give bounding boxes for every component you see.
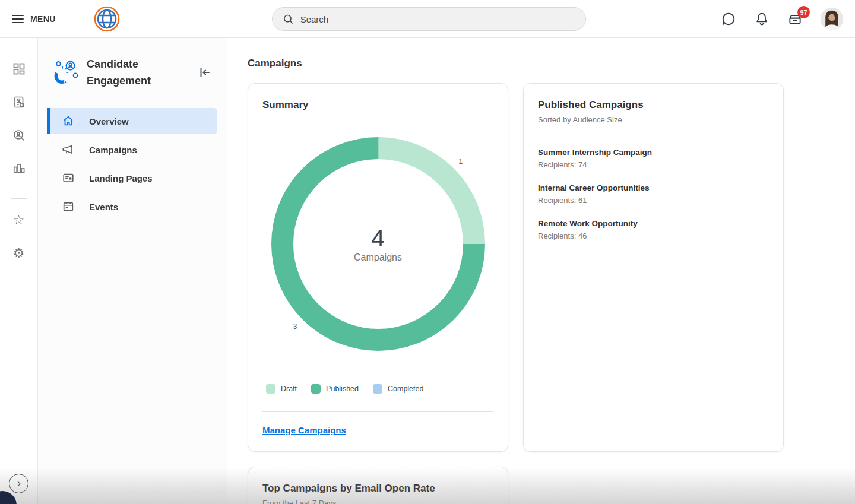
search-icon — [282, 12, 294, 26]
sidebar-item-landing-pages[interactable]: Landing Pages — [47, 165, 217, 191]
gear-icon: ⚙ — [13, 247, 25, 260]
legend-swatch — [266, 384, 276, 394]
inbox-count-badge: 97 — [797, 6, 810, 18]
published-card-subtitle: Sorted by Audience Size — [538, 115, 769, 124]
main-content: Campaigns Summary 4 Campaigns 13 DraftPu… — [228, 38, 855, 504]
legend-label: Published — [326, 385, 359, 393]
rail-people-search-button[interactable] — [12, 128, 26, 142]
rail-dashboard-button[interactable] — [12, 62, 26, 76]
calendar-icon — [62, 200, 75, 213]
list-item: Remote Work Opportunity Recipients: 46 — [538, 219, 769, 240]
sidebar-header: Candidate Engagement — [38, 38, 227, 89]
published-card-title: Published Campaigns — [538, 99, 769, 111]
rail-divider — [11, 198, 27, 199]
list-item: Internal Career Opportunities Recipients… — [538, 183, 769, 205]
list-item: Summer Internship Campaign Recipients: 7… — [538, 148, 769, 169]
open-rate-card-title: Top Campaigns by Email Open Rate — [262, 483, 493, 495]
hamburger-icon — [12, 14, 24, 24]
sidebar-item-label: Overview — [89, 116, 129, 126]
sidebar-item-overview[interactable]: Overview — [47, 108, 217, 134]
rail-expand-button[interactable] — [9, 474, 28, 493]
menu-label: MENU — [30, 14, 56, 24]
donut-data-label: 3 — [293, 322, 297, 331]
campaign-recipients: Recipients: 46 — [538, 232, 769, 240]
campaign-name: Remote Work Opportunity — [538, 219, 769, 228]
rail-settings-button[interactable]: ⚙ — [12, 246, 26, 261]
legend-item: Published — [311, 384, 359, 394]
rail-candidate-search-button[interactable] — [12, 95, 26, 109]
chart-legend: DraftPublishedCompleted — [262, 384, 493, 394]
search-input[interactable] — [300, 14, 576, 24]
candidate-profile-icon — [12, 95, 26, 109]
sidebar-item-label: Campaigns — [89, 145, 137, 155]
legend-item: Draft — [266, 384, 297, 394]
sidebar-item-events[interactable]: Events — [47, 194, 217, 220]
rail-analytics-button[interactable] — [12, 161, 26, 176]
candidate-engagement-magnet-icon — [53, 59, 80, 85]
legend-item: Completed — [373, 384, 423, 394]
page-title: Campaigns — [248, 58, 302, 69]
summary-card-title: Summary — [262, 99, 493, 111]
people-search-icon — [12, 128, 26, 142]
sidebar-nav: Overview Campaigns Landing Pages — [38, 108, 227, 220]
global-menu-button[interactable]: MENU — [12, 0, 56, 38]
legend-label: Completed — [388, 385, 423, 393]
card-divider — [262, 411, 493, 412]
campaign-name: Summer Internship Campaign — [538, 148, 769, 157]
published-campaign-list: Summer Internship Campaign Recipients: 7… — [538, 148, 769, 240]
inbox-button[interactable]: 97 — [787, 11, 803, 27]
avatar-photo — [821, 8, 843, 30]
icon-rail: ☆ ⚙ — [0, 38, 38, 504]
landing-page-icon — [62, 172, 75, 185]
campaign-name: Internal Career Opportunities — [538, 183, 769, 192]
sidebar-item-campaigns[interactable]: Campaigns — [47, 137, 217, 163]
bar-chart-icon — [12, 161, 26, 176]
dashboard-grid-icon — [12, 62, 26, 76]
sidebar-app-title: Candidate Engagement — [87, 56, 190, 89]
legend-swatch — [373, 384, 382, 394]
chat-button[interactable] — [721, 11, 736, 27]
chevron-right-icon — [14, 479, 24, 489]
legend-label: Draft — [281, 385, 297, 393]
sidebar-item-label: Landing Pages — [89, 173, 153, 183]
notifications-button[interactable] — [754, 11, 770, 27]
bell-icon — [754, 11, 770, 27]
open-rate-card-subtitle: From the Last 7 Days — [262, 499, 493, 504]
summary-card: Summary 4 Campaigns 13 DraftPublishedCom… — [248, 83, 508, 452]
campaign-recipients: Recipients: 61 — [538, 196, 769, 205]
donut-data-label: 1 — [458, 157, 463, 166]
open-rate-card: Top Campaigns by Email Open Rate From th… — [248, 467, 508, 504]
donut-chart-svg — [271, 137, 485, 351]
sidebar-collapse-icon[interactable] — [197, 65, 211, 80]
profile-avatar[interactable] — [821, 8, 843, 30]
app-sidebar: Candidate Engagement Overview — [38, 38, 227, 504]
company-logo-globe-icon[interactable] — [94, 6, 120, 32]
manage-campaigns-link[interactable]: Manage Campaigns — [262, 425, 346, 435]
campaigns-donut-chart: 4 Campaigns 13 — [271, 137, 485, 351]
published-campaigns-card: Published Campaigns Sorted by Audience S… — [523, 83, 784, 452]
global-search — [272, 7, 586, 31]
rail-favorites-button[interactable]: ☆ — [12, 213, 26, 227]
sidebar-item-label: Events — [89, 202, 118, 212]
campaign-recipients: Recipients: 74 — [538, 160, 769, 169]
megaphone-icon — [62, 143, 75, 156]
star-icon: ☆ — [13, 214, 25, 227]
top-bar: MENU — [0, 0, 855, 38]
legend-swatch — [311, 384, 321, 394]
topbar-divider — [69, 0, 69, 38]
home-icon — [62, 115, 75, 128]
chat-icon — [721, 11, 736, 27]
